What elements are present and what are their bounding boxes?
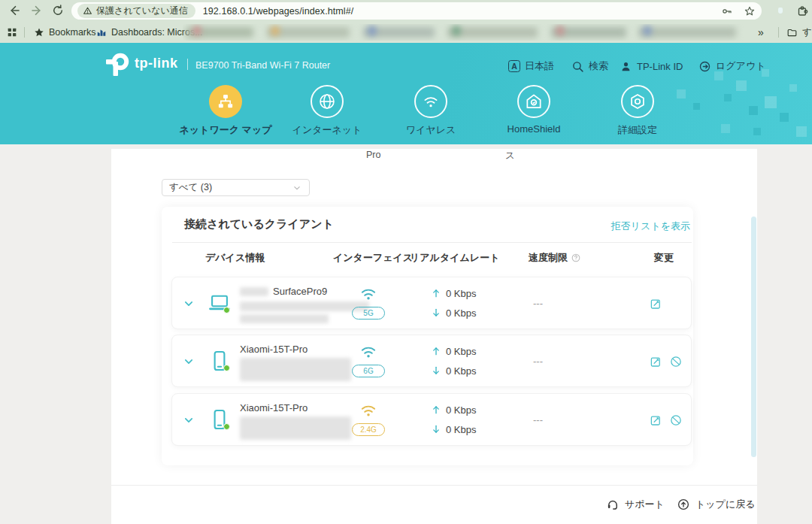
logout-label: ログアウト [716,59,766,73]
bookmark-bookmarks[interactable]: Bookmarks [34,26,96,39]
expand-chevron-icon[interactable] [181,354,196,369]
warning-icon [83,6,92,16]
bookmark-label: Bookmarks [49,27,96,38]
browser-toolbar: 保護されていない通信 192.168.0.1/webpages/index.ht… [0,0,812,22]
address-bar[interactable]: 保護されていない通信 192.168.0.1/webpages/index.ht… [71,2,762,20]
online-status-dot [223,307,230,313]
brand-divider [187,59,188,70]
nav-label: 詳細設定 [592,123,683,137]
wifi-signal-icon [359,284,378,304]
edit-client-icon[interactable] [649,355,662,368]
search-icon [571,60,584,73]
router-model: BE9700 Tri-Band Wi-Fi 7 Router [195,60,330,71]
edit-client-icon[interactable] [649,297,662,310]
speed-limit-value: --- [533,414,563,426]
password-key-icon[interactable] [721,5,733,17]
mosaic-square [749,106,758,115]
chevron-down-icon [292,183,302,193]
upload-arrow-icon [431,346,441,357]
mosaic-square [753,128,761,135]
star-icon [34,27,44,38]
online-status-dot [223,423,230,430]
forward-icon[interactable] [30,4,44,17]
support-label: サポート [625,498,665,511]
headset-icon [606,498,620,511]
device-name: Xiaomi-15T-Pro [240,402,308,413]
help-icon[interactable] [571,253,581,263]
apps-grid-icon[interactable] [6,26,18,39]
bookmarks-separator [24,27,25,38]
download-arrow-icon [431,424,441,435]
reload-icon[interactable] [51,4,65,17]
search-button[interactable]: 検索 [571,59,608,73]
blurred-bookmarks [183,24,750,41]
wireless-icon [414,85,447,118]
mosaic-square [693,103,700,110]
bookmarks-separator [778,27,779,38]
bookmarks-overflow-chevron[interactable]: » [758,26,764,39]
column-header-modify: 変更 [654,251,674,265]
client-filter-dropdown[interactable]: すべて (3) [162,179,310,196]
nav-network-map[interactable]: ネットワーク マップ [177,85,274,137]
nav-wireless[interactable]: ワイヤレス [386,85,476,137]
connected-clients-card: 接続されているクライアント 拒否リストを表示 デバイス情報 インターフェイス リ… [162,207,693,465]
url-text[interactable]: 192.168.0.1/webpages/index.html#/ [203,6,354,17]
column-header-device: デバイス情報 [205,251,265,265]
download-arrow-icon [431,307,441,319]
column-header-interface: インターフェイス [333,251,413,265]
network-map-icon [209,85,242,118]
all-bookmarks-folder[interactable]: す [786,26,812,39]
tp-link-logo [105,52,131,77]
smartphone-icon [207,407,232,432]
column-header-realtime-rate: リアルタイムレート [410,251,499,265]
block-client-icon[interactable] [669,413,683,427]
language-button[interactable]: A 日本語 [508,59,554,73]
screen: 保護されていない通信 192.168.0.1/webpages/index.ht… [0,0,812,524]
bookmark-star-icon[interactable] [744,5,756,17]
router-header: tp-link BE9700 Tri-Band Wi-Fi 7 Router A… [0,43,812,144]
logout-button[interactable]: ログアウト [698,59,766,73]
user-icon [620,60,632,73]
bookmarks-bar: Bookmarks Dashboards: Micros... » す [0,22,812,43]
support-button[interactable]: サポート [606,498,665,511]
extension-shortcut-icon[interactable] [774,5,786,17]
tplink-id-button[interactable]: TP-Link ID [620,59,683,73]
nav-homeshield[interactable]: HomeShield [489,85,579,135]
back-icon[interactable] [8,4,21,17]
extensions-puzzle-icon[interactable] [795,4,809,17]
internet-globe-icon [311,85,344,118]
mosaic-square [796,126,807,137]
filter-value: すべて (3) [169,181,212,194]
nav-internet[interactable]: インターネット [282,85,372,137]
security-chip-label: 保護されていない通信 [96,5,188,17]
nav-advanced-settings[interactable]: 詳細設定 [592,85,683,137]
nav-label: HomeShield [489,123,579,135]
mosaic-square [765,96,777,108]
expand-chevron-icon[interactable] [181,413,196,428]
content-panel: Pro ス すべて (3) 接続されているクライアント 拒否リストを表示 デバイ… [111,149,757,524]
blurred-device-details [240,358,351,381]
speed-limit-value: --- [533,356,563,367]
arrow-up-circle-icon [677,498,690,511]
online-status-dot [223,365,230,371]
blocklist-link[interactable]: 拒否リストを表示 [611,220,690,233]
section-title: 接続されているクライアント [184,217,334,232]
nav-label: インターネット [282,123,372,137]
upload-arrow-icon [431,404,441,416]
back-to-top-button[interactable]: トップに戻る [677,498,756,511]
scrollbar-thumb[interactable] [751,217,756,457]
upload-arrow-icon [431,288,441,299]
expand-chevron-icon[interactable] [181,296,196,311]
edit-client-icon[interactable] [649,413,662,427]
wifi-signal-icon [359,401,378,420]
homeshield-icon [517,85,550,118]
download-arrow-icon [431,365,441,377]
mosaic-square [780,113,789,122]
clipped-text-fragment: Pro [366,150,380,160]
speed-limit-value: --- [533,298,563,309]
upload-rate: 0 Kbps [446,346,476,357]
device-name: Xiaomi-15T-Pro [240,344,308,355]
block-client-icon[interactable] [669,355,683,368]
footer-divider [111,485,757,486]
site-security-chip[interactable]: 保護されていない通信 [77,4,195,18]
